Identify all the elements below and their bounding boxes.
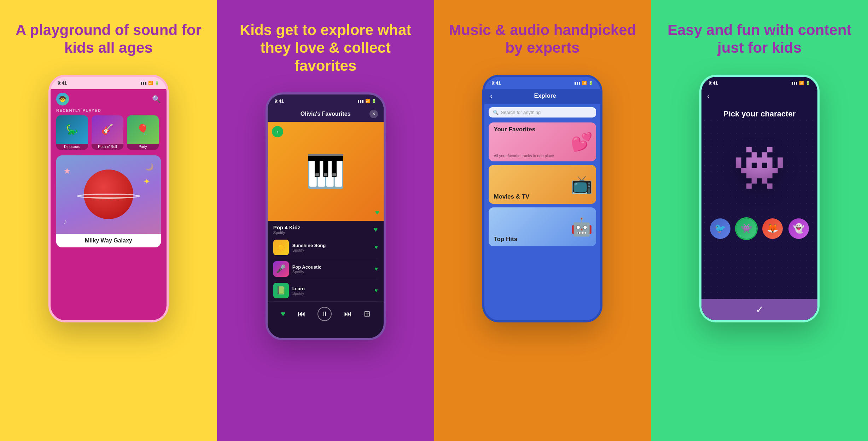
list-item[interactable]: 🎈 Party [127, 115, 159, 150]
p2-track-name-2: Pop Acoustic [292, 264, 371, 270]
p2-album-emoji: 🎹 [306, 153, 345, 190]
p2-info: Pop 4 Kidz Spotify ♥ [268, 221, 384, 237]
p3-hits-label: Top Hits [489, 232, 522, 246]
phone-2: 9:41 ▮▮▮ 📶 🔋 Olivia's Favourites ✕ 🎹 ♪ ♥… [266, 92, 386, 340]
p1-planet-ring [77, 193, 140, 199]
phone-3-screen: ‹ Explore 🔍 Search for anything Your Fav… [484, 89, 600, 320]
panel-kids: Easy and fun with content just for kids … [651, 0, 868, 441]
p1-cards-row: 🦕 Dinosaurs 🎸 Rock n' Roll 🎈 Party [51, 115, 167, 150]
p2-playlist-title: Olivia's Favourites [282, 111, 369, 117]
p3-card-movies[interactable]: Movies & TV 📺 [489, 165, 596, 204]
p3-favorites-emoji: 💕 [571, 132, 593, 152]
p2-track-source-2: Spotify [292, 270, 371, 274]
p1-dino-label: Dinosaurs [56, 144, 88, 150]
p2-track-text-1: Sunshine Song Spotify [292, 243, 371, 252]
p2-album-source: Spotify [273, 230, 301, 235]
p1-rock-img: 🎸 [92, 115, 123, 144]
p1-rock-label: Rock n' Roll [92, 144, 123, 150]
p2-pause-button[interactable]: ⏸ [318, 307, 332, 321]
p3-card-favorites[interactable]: Your Favorites All your favorite tracks … [489, 122, 596, 161]
panel-explore: Kids get to explore what they love & col… [217, 0, 434, 441]
p1-dino-img: 🦕 [56, 115, 88, 144]
p1-featured[interactable]: ★ ✦ ♪ 🌙 Milky Way Galaxy [56, 155, 161, 247]
status-icons-3: ▮▮▮ 📶 🔋 [574, 81, 593, 85]
status-time-2: 9:41 [275, 98, 284, 104]
p3-category-cards: Your Favorites All your favorite tracks … [484, 121, 600, 248]
status-time-3: 9:41 [491, 80, 501, 86]
p2-info-left: Pop 4 Kidz Spotify [273, 224, 301, 235]
phone-notch-3 [519, 77, 565, 87]
status-icons-1: ▮▮▮ 📶 🔋 [140, 81, 159, 85]
p3-favorites-label: Your Favorites [494, 126, 554, 133]
p2-queue-button[interactable]: ⊞ [364, 309, 370, 319]
p3-favorites-text: Your Favorites All your favorite tracks … [489, 122, 559, 161]
panel-experts: Music & audio handpicked by experts 9:41… [434, 0, 651, 441]
p3-movies-emoji: 📺 [571, 174, 593, 195]
p2-next-button[interactable]: ⏭ [344, 309, 352, 319]
p4-char-ghost[interactable]: 👻 [788, 218, 809, 239]
list-item[interactable]: 🦕 Dinosaurs [56, 115, 88, 150]
p2-header: Olivia's Favourites ✕ [268, 107, 384, 122]
p2-prev-button[interactable]: ⏮ [298, 309, 305, 319]
table-row[interactable]: ☀️ Sunshine Song Spotify ♥ [273, 237, 378, 258]
p2-track-heart-3[interactable]: ♥ [374, 287, 378, 294]
status-icons-4: ▮▮▮ 📶 🔋 [791, 81, 810, 85]
p4-header: ‹ [701, 89, 817, 102]
table-row[interactable]: 🎤 Pop Acoustic Spotify ♥ [273, 258, 378, 280]
p4-back-button[interactable]: ‹ [707, 92, 710, 100]
tagline-1: A playground of sound for kids all ages [14, 21, 203, 57]
p3-movies-label: Movies & TV [489, 190, 534, 204]
p4-char-bird[interactable]: 🐦 [710, 218, 730, 239]
p1-star-1: ★ [63, 166, 71, 176]
p1-party-label: Party [127, 144, 159, 150]
p2-track-thumb-1: ☀️ [273, 240, 289, 255]
p4-char-alien[interactable]: 👾 [736, 218, 757, 239]
p2-track-thumb-3: 📗 [273, 283, 289, 298]
p4-confirm-button[interactable]: ✓ [756, 304, 764, 315]
p2-track-source-3: Spotify [292, 291, 371, 296]
p1-avatar: 🧒 [56, 93, 69, 105]
p2-heart-icon[interactable]: ♥ [374, 225, 378, 234]
p2-track-heart-2[interactable]: ♥ [374, 266, 378, 272]
p3-search-bar[interactable]: 🔍 Search for anything [489, 107, 596, 118]
p1-search-icon[interactable]: 🔍 [152, 95, 161, 103]
p2-spotify-badge: ♪ [272, 126, 283, 137]
p3-card-hits[interactable]: Top Hits 🤖 [489, 207, 596, 246]
p2-track-list: ☀️ Sunshine Song Spotify ♥ 🎤 Pop Acousti… [268, 237, 384, 302]
p3-hits-emoji: 🤖 [571, 217, 593, 237]
p3-search-placeholder: Search for anything [501, 110, 541, 115]
p2-art-heart[interactable]: ♥ [375, 208, 379, 217]
p1-featured-label: Milky Way Galaxy [56, 234, 161, 247]
phone-notch-2 [303, 94, 349, 104]
p2-track-heart-1[interactable]: ♥ [374, 244, 378, 251]
p2-track-name-1: Sunshine Song [292, 243, 371, 248]
panel-playground: A playground of sound for kids all ages … [0, 0, 217, 441]
p3-search-icon: 🔍 [493, 110, 499, 115]
status-time-4: 9:41 [709, 80, 718, 86]
p3-back-button[interactable]: ‹ [490, 92, 493, 100]
tagline-2: Kids get to explore what they love & col… [231, 21, 420, 75]
phone-4-screen: ‹ Pick your character 👾 🐦 👾 🦊 👻 ✓ [701, 89, 817, 320]
p2-track-source-1: Spotify [292, 248, 371, 252]
phone-4: 9:41 ▮▮▮ 📶 🔋 ‹ Pick your character 👾 🐦 👾… [699, 75, 820, 322]
p2-controls: ♥ ⏮ ⏸ ⏭ ⊞ [268, 302, 384, 325]
p2-close-button[interactable]: ✕ [369, 110, 378, 118]
table-row[interactable]: 📗 Learn Spotify ♥ [273, 280, 378, 302]
list-item[interactable]: 🎸 Rock n' Roll [92, 115, 123, 150]
status-time-1: 9:41 [58, 80, 67, 86]
p2-track-text-3: Learn Spotify [292, 286, 371, 296]
p2-controls-heart[interactable]: ♥ [281, 309, 285, 319]
tagline-3: Music & audio handpicked by experts [448, 21, 637, 57]
p3-header: ‹ Explore [484, 89, 600, 104]
p1-crescent: 🌙 [145, 162, 154, 171]
p2-track-thumb-2: 🎤 [273, 261, 289, 277]
p2-album-name: Pop 4 Kidz [273, 224, 301, 230]
p4-char-fox[interactable]: 🦊 [762, 218, 783, 239]
p3-screen-title: Explore [495, 92, 595, 99]
p4-main-character: 👾 [733, 143, 786, 193]
p1-note: ♪ [63, 217, 67, 226]
phone-1-screen: 🧒 🔍 RECENTLY PLAYED 🦕 Dinosaurs 🎸 Rock n… [51, 89, 167, 320]
p4-confirm-bar: ✓ [701, 299, 817, 320]
p1-topbar: 🧒 🔍 [51, 89, 167, 108]
tagline-4: Easy and fun with content just for kids [665, 21, 854, 57]
